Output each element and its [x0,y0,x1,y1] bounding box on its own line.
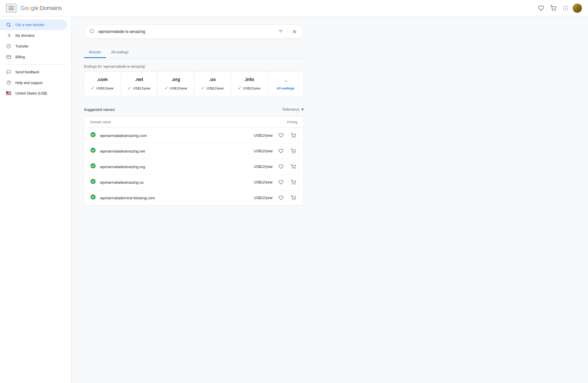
flag-icon: ★★★ [6,91,11,95]
sidebar-item-united-states[interactable]: ★★★ United States (US$) [0,88,67,98]
sidebar-label-get-new-domain: Get a new domain [15,23,44,27]
relevance-label: Relevance [282,107,299,111]
add-to-cart-button[interactable] [289,147,297,155]
availability-icon [90,179,96,186]
table-row: wpmarmaladeamazing.com US$12/year [84,128,303,143]
ending-tld-net: .net [125,77,153,82]
svg-point-50 [91,194,96,200]
search-actions [277,28,298,36]
tab-all-endings[interactable]: All endings [106,47,134,58]
sidebar-item-billing[interactable]: Billing [0,52,67,62]
relevance-sort[interactable]: Relevance ▾ [282,107,304,112]
add-to-cart-button[interactable] [289,131,297,140]
filter-button[interactable] [277,28,284,35]
ending-card-com[interactable]: .com ✓ US$12/year [84,72,121,96]
ending-card-org[interactable]: .org ✓ US$12/year [157,72,194,96]
transfer-icon [6,44,11,49]
add-to-cart-button[interactable] [289,163,297,171]
ending-card-info[interactable]: .info ✓ US$12/year [231,72,268,96]
svg-point-41 [91,148,96,153]
feedback-icon [6,70,11,74]
chevron-down-icon: ▾ [301,107,304,112]
cart-icon [550,5,556,11]
svg-point-4 [567,6,568,7]
domain-right: US$12/year [252,131,297,140]
favorite-button[interactable] [277,163,285,171]
search-input[interactable] [98,29,277,34]
apps-button[interactable] [560,3,571,13]
menu-button[interactable] [6,4,16,13]
tab-results[interactable]: Results [84,47,106,58]
domain-price: US$12/year [252,180,273,184]
svg-point-44 [91,163,96,168]
svg-point-48 [292,184,293,184]
col-pricing: Pricing [287,120,297,124]
add-to-cart-button[interactable] [289,178,297,186]
favorite-button[interactable] [277,194,285,202]
check-icon: ✓ [128,85,131,91]
tabs-divider [84,58,304,58]
ending-card-us[interactable]: .us ✓ US$12/year [194,72,231,96]
sidebar-item-my-domains[interactable]: My domains [0,30,67,41]
ending-card-all-endings[interactable]: → All endings [268,72,303,96]
domain-left: wpmarmaladeamazing.us [90,179,144,186]
suggested-header: Suggested names Relevance ▾ [84,107,304,112]
domain-right: US$12/year [252,147,297,155]
arrow-right-icon: → [283,78,288,84]
svg-rect-19 [7,55,11,59]
avatar[interactable] [573,4,582,13]
domain-name: wpmarmaladeamazing.us [100,180,144,184]
search-input-icon [89,29,94,35]
search-icon [6,22,11,27]
sidebar-label-united-states: United States (US$) [15,91,47,95]
logo[interactable]: Google Domains [20,5,62,11]
sidebar-item-send-feedback[interactable]: Send feedback [0,67,67,77]
ending-tld-us: .us [198,77,227,82]
ending-card-net[interactable]: .net ✓ US$12/year [121,72,158,96]
svg-point-47 [91,179,96,184]
favorite-button[interactable] [277,147,285,155]
domain-left: wpmarmaladeamazing.com [90,132,147,139]
check-icon: ✓ [201,85,205,91]
svg-point-38 [91,132,96,137]
domain-left: wpmarmaladeamazing.net [90,147,145,155]
sidebar: Get a new domain My domains Transfer [0,16,72,383]
domain-price: US$12/year [252,196,273,200]
favorite-button[interactable] [277,178,285,186]
availability-icon [90,147,96,155]
sidebar-label-send-feedback: Send feedback [15,70,39,74]
svg-point-3 [565,6,566,7]
ending-price-com: ✓ US$12/year [88,85,117,91]
svg-text:★★★: ★★★ [6,92,9,93]
domain-price: US$12/year [252,149,273,153]
table-row: wpmarmaladeamazing.net US$12/year [84,143,303,159]
svg-point-8 [563,9,564,10]
table-header: Domain name Pricing [84,117,303,128]
ending-price-org: ✓ US$12/year [162,85,190,91]
main-content: Results All endings Endings for 'wpmarma… [72,16,588,383]
table-row: wpmarmaladeamazing.us US$12/year [84,175,303,190]
sidebar-item-transfer[interactable]: Transfer [0,41,67,52]
ending-price-info: ✓ US$12/year [235,85,263,91]
table-row: wpmarmalademind-blowing.com US$12/year [84,190,303,205]
domain-name: wpmarmalademind-blowing.com [100,196,155,200]
cart-button[interactable] [548,3,558,13]
favorite-button[interactable] [277,131,285,140]
availability-icon [90,132,96,139]
clear-search-button[interactable] [291,28,298,36]
sidebar-item-help-support[interactable]: Help and support [0,77,67,88]
domain-name: wpmarmaladeamazing.net [100,149,145,153]
sidebar-label-my-domains: My domains [15,33,35,38]
header-right [536,3,582,13]
favorites-button[interactable] [536,3,546,13]
billing-icon [6,55,11,59]
ending-tld-com: .com [88,77,117,82]
svg-point-5 [563,8,564,8]
ending-price-us: ✓ US$12/year [198,85,227,91]
svg-point-7 [567,8,568,8]
availability-icon [90,163,96,170]
svg-rect-29 [6,95,11,95]
add-to-cart-button[interactable] [289,194,297,202]
svg-point-1 [555,10,556,11]
sidebar-item-get-new-domain[interactable]: Get a new domain [0,19,67,30]
